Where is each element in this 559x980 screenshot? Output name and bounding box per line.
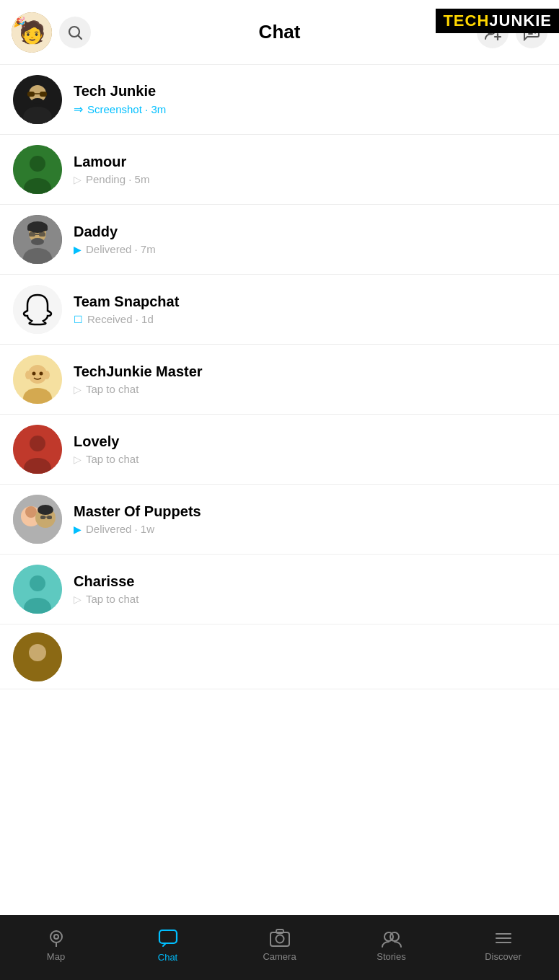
nav-item-chat[interactable]: Chat	[112, 927, 224, 963]
nav-label-map: Map	[47, 951, 65, 962]
chat-item-last[interactable]	[0, 624, 559, 689]
chat-name-charisse: Charisse	[74, 573, 546, 590]
search-icon	[67, 25, 83, 40]
svg-rect-14	[40, 92, 47, 97]
svg-point-58	[276, 935, 283, 943]
chat-info-lamour: Lamour ▷ Pending · 5m	[74, 154, 546, 185]
nav-item-camera[interactable]: Camera	[224, 928, 335, 962]
chat-status-daddy: ▶ Delivered · 7m	[74, 243, 546, 255]
bottom-nav: Map Chat Camera Stories	[0, 915, 559, 980]
pending-icon: ▷	[74, 174, 82, 185]
chat-list: Tech Junkie ⇒ Screenshot · 3m Lamour ▷ P…	[0, 65, 559, 915]
nav-item-discover[interactable]: Discover	[447, 928, 559, 962]
chat-info-last	[74, 655, 546, 658]
chat-nav-icon	[157, 927, 179, 949]
svg-point-42	[25, 506, 37, 518]
screenshot-icon: ⇒	[74, 102, 83, 116]
svg-rect-26	[39, 232, 45, 237]
chat-info-master-of-puppets: Master Of Puppets ▶ Delivered · 1w	[74, 503, 546, 535]
tap-icon-lovely: ▷	[74, 454, 82, 465]
watermark-junkie: JUNKIE	[489, 12, 552, 30]
chat-item-master-of-puppets[interactable]: Master Of Puppets ▶ Delivered · 1w	[0, 485, 559, 555]
stories-icon	[379, 928, 404, 948]
chat-name-daddy: Daddy	[74, 224, 546, 240]
svg-point-61	[390, 932, 399, 941]
svg-rect-45	[40, 516, 45, 519]
chat-name-team-snapchat: Team Snapchat	[74, 293, 546, 310]
self-avatar[interactable]: 🧑 🎉	[12, 12, 52, 53]
nav-item-map[interactable]: Map	[0, 928, 112, 962]
search-button[interactable]	[59, 17, 91, 48]
chat-item-daddy[interactable]: Daddy ▶ Delivered · 7m	[0, 205, 559, 275]
avatar-team-snapchat	[13, 285, 62, 334]
avatar-lamour	[13, 145, 62, 194]
avatar-tech-junkie	[13, 75, 62, 124]
chat-item-charisse[interactable]: Charisse ▷ Tap to chat	[0, 555, 559, 624]
nav-item-stories[interactable]: Stories	[335, 928, 447, 962]
chat-item-techjunkie-master[interactable]: TechJunkie Master ▷ Tap to chat	[0, 345, 559, 415]
tap-icon-master: ▷	[74, 384, 82, 395]
nav-label-camera: Camera	[263, 951, 296, 962]
nav-label-chat: Chat	[158, 952, 177, 963]
chat-item-lamour[interactable]: Lamour ▷ Pending · 5m	[0, 135, 559, 205]
nav-label-discover: Discover	[485, 951, 521, 962]
svg-point-33	[32, 372, 36, 376]
chat-name-master-of-puppets: Master Of Puppets	[74, 503, 546, 520]
svg-point-16	[32, 98, 43, 104]
avatar-lovely	[13, 425, 62, 474]
map-icon	[46, 928, 66, 948]
received-icon: ☐	[74, 314, 83, 325]
watermark: TECHJUNKIE	[436, 9, 559, 33]
avatar-master-of-puppets	[13, 495, 62, 544]
chat-info-charisse: Charisse ▷ Tap to chat	[74, 573, 546, 605]
chat-status-tech-junkie: ⇒ Screenshot · 3m	[74, 102, 546, 116]
nav-label-stories: Stories	[377, 951, 405, 962]
delivered-icon: ▶	[74, 244, 82, 255]
chat-item-tech-junkie[interactable]: Tech Junkie ⇒ Screenshot · 3m	[0, 65, 559, 135]
svg-point-38	[30, 436, 45, 451]
watermark-tech: TECH	[443, 12, 489, 30]
svg-rect-46	[47, 516, 52, 519]
chat-item-team-snapchat[interactable]: Team Snapchat ☐ Received · 1d	[0, 275, 559, 345]
delivered-icon-mop: ▶	[74, 524, 82, 535]
chat-name-techjunkie-master: TechJunkie Master	[74, 363, 546, 380]
chat-item-lovely[interactable]: Lovely ▷ Tap to chat	[0, 415, 559, 485]
chat-info-techjunkie-master: TechJunkie Master ▷ Tap to chat	[74, 363, 546, 395]
svg-point-53	[50, 931, 62, 943]
avatar-last	[13, 632, 62, 681]
chat-info-tech-junkie: Tech Junkie ⇒ Screenshot · 3m	[74, 83, 546, 116]
chat-info-lovely: Lovely ▷ Tap to chat	[74, 433, 546, 465]
svg-point-44	[38, 505, 53, 515]
svg-point-28	[31, 238, 44, 245]
svg-point-52	[29, 644, 46, 661]
svg-point-29	[13, 285, 62, 334]
avatar-charisse	[13, 565, 62, 614]
svg-rect-56	[159, 930, 177, 943]
avatar-techjunkie-master	[13, 355, 62, 404]
chat-status-team-snapchat: ☐ Received · 1d	[74, 313, 546, 325]
tap-icon-charisse: ▷	[74, 593, 82, 605]
svg-rect-13	[27, 92, 35, 97]
svg-point-36	[44, 371, 50, 379]
svg-point-18	[30, 156, 45, 172]
chat-name-lamour: Lamour	[74, 154, 546, 170]
svg-rect-59	[276, 930, 283, 933]
chat-info-team-snapchat: Team Snapchat ☐ Received · 1d	[74, 293, 546, 325]
svg-point-35	[25, 371, 31, 379]
header-left: 🧑 🎉	[12, 12, 91, 53]
chat-status-master-of-puppets: ▶ Delivered · 1w	[74, 523, 546, 535]
chat-status-techjunkie-master: ▷ Tap to chat	[74, 383, 546, 395]
discover-icon	[493, 928, 514, 948]
svg-text:🎉: 🎉	[13, 16, 26, 28]
chat-name-lovely: Lovely	[74, 433, 546, 450]
camera-icon	[269, 928, 291, 948]
avatar-daddy	[13, 215, 62, 264]
chat-status-lovely: ▷ Tap to chat	[74, 453, 546, 465]
svg-point-49	[30, 575, 45, 591]
chat-status-charisse: ▷ Tap to chat	[74, 593, 546, 605]
chat-name-tech-junkie: Tech Junkie	[74, 83, 546, 100]
page-title: Chat	[259, 21, 301, 43]
svg-point-54	[54, 935, 58, 939]
svg-line-4	[79, 35, 82, 39]
chat-status-lamour: ▷ Pending · 5m	[74, 173, 546, 185]
